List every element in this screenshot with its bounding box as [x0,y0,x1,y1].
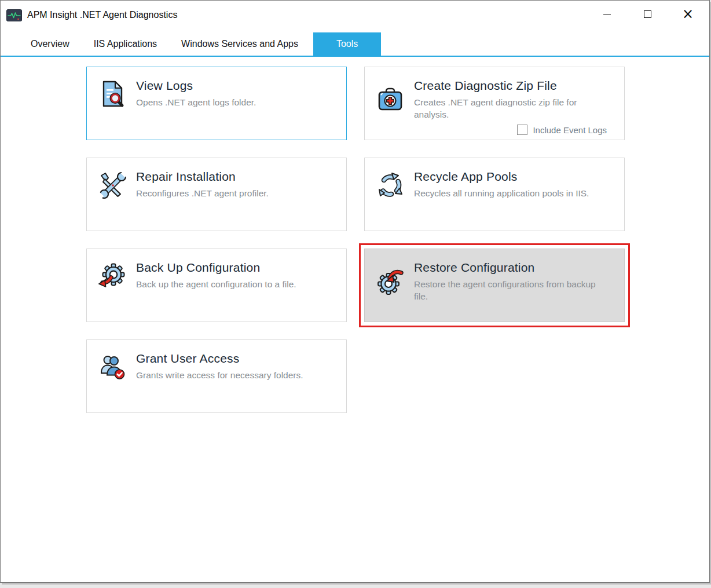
card-description: Reconfigures .NET agent profiler. [136,188,269,200]
include-event-logs-checkbox[interactable]: Include Event Logs [517,125,607,135]
card-title: Repair Installation [136,170,269,184]
minimize-button[interactable] [587,3,627,25]
tools-grid: View Logs Opens .NET agent logs folder. [86,67,625,413]
first-aid-kit-icon [376,86,404,114]
card-title: Restore Configuration [414,261,610,275]
checkbox-label: Include Event Logs [533,125,607,135]
users-check-icon [98,353,126,381]
card-description: Creates .NET agent diagnostic zip file f… [414,97,610,121]
tab-iis-applications[interactable]: IIS Applications [85,32,166,56]
document-search-icon [98,80,126,108]
recycle-arrows-icon [376,171,404,199]
maximize-button[interactable] [627,3,668,25]
card-grant-user-access[interactable]: Grant User Access Grants write access fo… [86,339,347,413]
tab-tools[interactable]: Tools [313,32,381,56]
card-title: Create Diagnostic Zip File [414,79,610,93]
card-title: View Logs [136,79,256,93]
card-recycle-app-pools[interactable]: Recycle App Pools Recycles all running a… [364,158,625,231]
close-button[interactable]: × [668,3,708,25]
card-back-up-configuration[interactable]: Back Up Configuration Back up the agent … [86,249,347,322]
tab-bar: Overview IIS Applications Windows Servic… [1,32,709,57]
tab-windows-services-and-apps[interactable]: Windows Services and Apps [172,32,307,56]
card-description: Restore the agent configurations from ba… [414,279,610,303]
desktop: APM Insight .NET Agent Diagnostics × Ove… [0,0,711,588]
title-bar: APM Insight .NET Agent Diagnostics × [1,1,709,30]
maximize-icon [644,10,651,18]
card-title: Grant User Access [136,352,303,366]
pulse-monitor-icon [6,9,22,21]
window-title: APM Insight .NET Agent Diagnostics [27,10,177,20]
card-description: Recycles all running application pools i… [414,188,589,200]
checkbox-box-icon[interactable] [517,125,527,135]
gear-restore-arrow-icon [376,268,404,295]
card-description: Grants write access for necessary folder… [136,370,303,382]
card-view-logs[interactable]: View Logs Opens .NET agent logs folder. [86,67,347,140]
app-window: APM Insight .NET Agent Diagnostics × Ove… [0,0,710,583]
close-icon: × [682,7,694,21]
card-repair-installation[interactable]: Repair Installation Reconfigures .NET ag… [86,158,347,231]
card-create-diagnostic-zip[interactable]: Create Diagnostic Zip File Creates .NET … [364,67,625,140]
window-controls: × [587,3,708,25]
card-description: Opens .NET agent logs folder. [136,97,256,109]
card-title: Recycle App Pools [414,170,589,184]
wrench-screwdriver-icon [98,171,126,199]
gear-backup-arrow-icon [98,262,126,290]
card-description: Back up the agent configuration to a fil… [136,279,296,291]
card-restore-configuration[interactable]: Restore Configuration Restore the agent … [364,249,625,322]
tab-overview[interactable]: Overview [21,32,79,56]
minimize-icon [603,14,611,14]
card-title: Back Up Configuration [136,261,296,275]
